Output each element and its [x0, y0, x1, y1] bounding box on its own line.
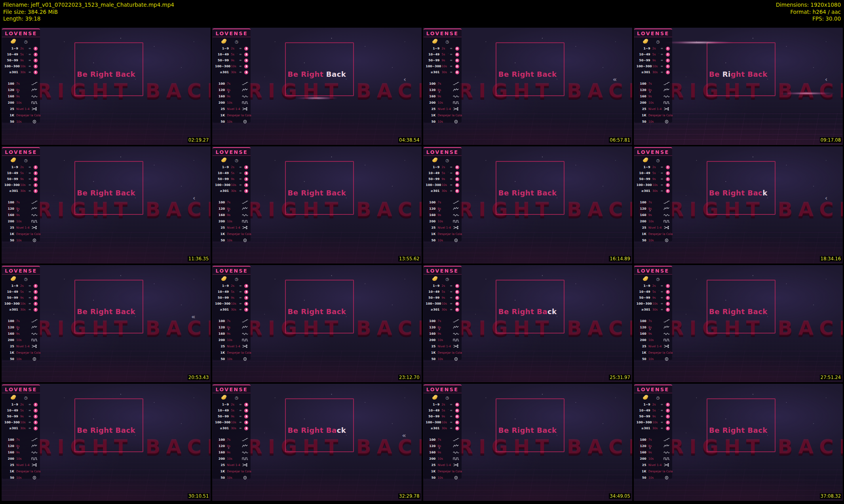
lovense-tip-menu-panel: LOVENSE ◷ 1~92s≡10~495s≡50~999s≡100~3001… — [634, 385, 672, 479]
video-thumbnail: BE RIGHT BACK Be Right Back LOVENSE ◷ 1~… — [212, 265, 421, 382]
tip-token-range: ≥301 — [4, 308, 20, 311]
tip-token-range: 100~300 — [426, 302, 442, 305]
pattern-row: 25Nivel 1-4 — [4, 343, 38, 349]
pattern-token: 1K — [426, 114, 438, 117]
center-frame-outline — [285, 280, 354, 333]
tip-duration: 30s — [20, 70, 27, 74]
tip-menu-column-headers: ◷ — [215, 157, 248, 163]
vibrator-icon — [666, 409, 670, 413]
pattern-token: 100 — [637, 201, 648, 204]
pattern-row: 5010s — [637, 474, 670, 481]
vibrator-icon — [244, 426, 248, 430]
tip-duration: 10s — [231, 183, 238, 187]
dimensions-line: Dimensions: 1920x1080 — [776, 2, 841, 9]
vibrator-icon — [244, 47, 248, 51]
pattern-row: 1007s — [426, 318, 459, 324]
pattern-row: 25Nivel 1-4 — [637, 224, 670, 231]
gear-icon — [242, 476, 248, 480]
tip-level-row: 100~30010s≡ — [215, 419, 248, 425]
tip-duration: 10s — [442, 183, 449, 187]
square-wave-icon — [242, 219, 248, 224]
tip-menu-body: ◷ 1~92s≡10~495s≡50~999s≡100~30010s≡≥3013… — [634, 275, 672, 362]
wave-mid-icon — [242, 325, 248, 330]
pattern-token: 200 — [4, 101, 16, 104]
metadata-left: Filename: jeff_v01_07022023_1523_male_Ch… — [3, 2, 174, 23]
tip-duration: 10s — [652, 64, 660, 68]
pattern-token: 120 — [426, 326, 438, 329]
tip-menu-column-headers: ◷ — [4, 39, 38, 45]
menu-lines-icon: ≡ — [238, 165, 243, 169]
tip-level-row: 10~495s≡ — [215, 170, 248, 176]
wave-low-icon — [31, 81, 38, 86]
pattern-duration: 10s — [227, 101, 241, 104]
wave-low-icon — [31, 319, 38, 323]
tip-duration: 10s — [20, 183, 27, 187]
pattern-row: 25Nivel 1-4 — [426, 106, 459, 112]
pattern-duration: 9s — [16, 332, 31, 335]
tip-duration: 2s — [231, 47, 238, 50]
pattern-row: 20010s — [426, 337, 459, 343]
pattern-duration: 10s — [227, 338, 241, 342]
tip-level-row: ≥30130s≡ — [4, 307, 38, 313]
pattern-token: 160 — [426, 332, 438, 335]
tip-level-row: ≥30130s≡ — [215, 307, 248, 313]
timestamp-label: 27:51.24 — [820, 375, 842, 380]
metadata-header: Filename: jeff_v01_07022023_1523_male_Ch… — [0, 0, 844, 28]
menu-lines-icon: ≡ — [238, 189, 243, 193]
pattern-row: 5010s — [4, 474, 38, 481]
pattern-row: 1609s — [215, 330, 248, 337]
wave-high-icon — [663, 213, 670, 217]
tip-level-row: 1~92s≡ — [4, 164, 38, 170]
clock-icon: ◷ — [446, 40, 449, 44]
lovense-logo: LOVENSE — [213, 385, 251, 393]
wave-mid-icon — [663, 325, 670, 330]
tip-duration: 2s — [652, 165, 660, 169]
shimmer-letters: ck — [547, 307, 557, 316]
pattern-row: 20010s — [215, 337, 248, 343]
vibrator-icon — [34, 415, 38, 419]
wave-low-icon — [242, 81, 248, 86]
pattern-token: 1K — [215, 351, 227, 354]
menu-lines-icon: ≡ — [238, 302, 243, 305]
menu-lines-icon: ≡ — [27, 296, 32, 299]
shuffle-icon — [453, 107, 459, 111]
tip-token-range: ≥301 — [215, 189, 231, 193]
square-wave-icon — [663, 219, 670, 224]
wave-high-icon — [453, 213, 459, 217]
pattern-token: 25 — [215, 463, 227, 467]
tip-level-row: 10~495s≡ — [426, 51, 459, 57]
tip-level-row: 10~495s≡ — [637, 407, 670, 413]
lovense-logo: LOVENSE — [2, 147, 40, 156]
square-wave-icon — [31, 100, 38, 105]
vibrator-icon — [666, 403, 670, 407]
pattern-row: 1609s — [4, 212, 38, 218]
coins-icon — [432, 40, 437, 44]
vibrator-icon — [666, 64, 670, 68]
tip-token-range: 10~49 — [215, 290, 231, 294]
pattern-token: 160 — [4, 451, 16, 454]
pattern-token: 50 — [637, 239, 648, 242]
pattern-duration: 10s — [227, 457, 241, 460]
video-thumbnail: BE RIGHT BACK Be Right Back LOVENSE ◷ 1~… — [634, 384, 843, 501]
menu-lines-icon: ≡ — [27, 426, 32, 430]
video-thumbnail: BE RIGHT BACK Be Right Back LOVENSE ◷ 1~… — [2, 28, 211, 145]
pattern-duration: 7s — [16, 438, 31, 441]
video-thumbnail: BE RIGHT BACK Be Right Back LOVENSE ◷ 1~… — [423, 146, 632, 263]
vibrator-icon — [666, 415, 670, 419]
tip-token-range: ≥301 — [637, 189, 652, 193]
clock-icon: ◷ — [656, 277, 660, 281]
pattern-row: 5010s — [426, 118, 459, 125]
pattern-row: 1007s — [426, 80, 459, 87]
pattern-row: 1208s — [637, 205, 670, 212]
shuffle-icon — [242, 344, 248, 349]
pattern-duration: Despejar la Cola — [648, 351, 673, 354]
pattern-token: 25 — [4, 107, 16, 111]
tip-token-range: 50~99 — [215, 177, 231, 181]
filename-line: Filename: jeff_v01_07022023_1523_male_Ch… — [3, 2, 174, 9]
timestamp-label: 25:31.97 — [609, 375, 631, 380]
menu-lines-icon: ≡ — [449, 415, 454, 418]
clock-icon: ◷ — [24, 277, 28, 281]
vibrator-icon — [666, 70, 670, 74]
tip-level-row: 100~30010s≡ — [215, 63, 248, 69]
pattern-row: 20010s — [637, 218, 670, 224]
